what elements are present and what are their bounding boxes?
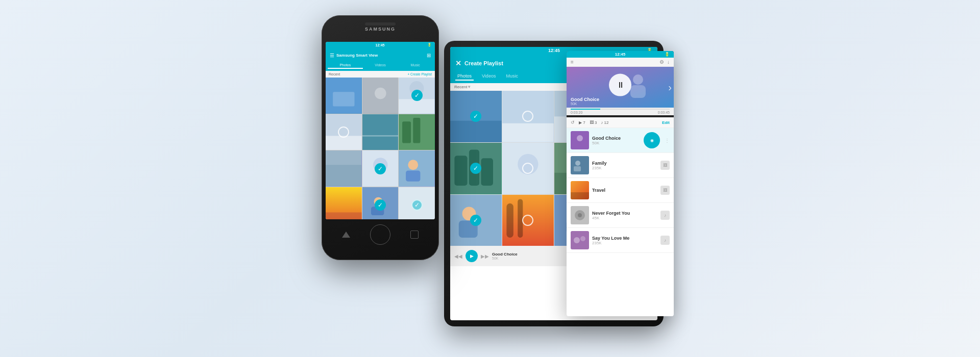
svg-rect-57	[506, 203, 513, 237]
tablet-grid-item[interactable]	[502, 143, 554, 194]
tab-videos-tablet[interactable]: Videos	[480, 72, 498, 81]
svg-point-67	[577, 135, 583, 141]
playlist-item-info-3: Travel	[592, 188, 657, 193]
svg-point-77	[574, 237, 580, 243]
panel-battery-icon: 🔋	[665, 52, 670, 57]
playlist-item[interactable]: Never Forget You 45K ♪	[567, 203, 674, 228]
playlist-thumb-4	[571, 206, 589, 224]
tab-videos[interactable]: Videos	[363, 62, 398, 69]
grid-item[interactable]	[362, 114, 399, 150]
panel-playlist: Good Choice 50K ◉ ⋮ Family 235K 🖼	[567, 128, 674, 253]
progress-track[interactable]	[571, 109, 670, 110]
photo-icon-2: 🖼	[660, 186, 670, 195]
grid-item[interactable]: ✓	[399, 187, 435, 219]
panel-controls-bar: ↺ ▶ 7 🖼 3 ♪ 12 Edit	[567, 117, 674, 128]
grid-item[interactable]	[326, 114, 362, 150]
tablet-grid-item[interactable]: ✓	[450, 143, 502, 194]
grid-item[interactable]: ✓	[362, 187, 399, 219]
grid-item[interactable]: ✓	[362, 150, 399, 187]
playlist-item-info-2: Family 235K	[592, 161, 657, 170]
photo-count: 🖼 3	[590, 120, 597, 125]
gallery-recent-label: Recent	[329, 72, 340, 76]
next-icon[interactable]: ▶▶	[481, 253, 489, 259]
selected-checkmark: ✓	[375, 163, 386, 174]
selected-check: ✓	[470, 215, 481, 226]
playlist-item[interactable]: Family 235K 🖼	[567, 153, 674, 178]
hamburger-icon[interactable]: ☰	[330, 53, 334, 58]
svg-rect-65	[630, 85, 646, 98]
sort-icon[interactable]: ▼	[467, 85, 471, 89]
playlist-item-info-4: Never Forget You 45K	[592, 211, 657, 220]
prev-icon[interactable]: ◀◀	[454, 253, 462, 259]
tab-music-tablet[interactable]: Music	[504, 72, 520, 81]
grid-item[interactable]: ✓	[399, 78, 435, 114]
tab-photos[interactable]: Photos	[328, 62, 363, 69]
download-icon[interactable]: ↓	[667, 59, 670, 65]
now-playing-image: ⏸ Good Choice 50K ›	[567, 67, 674, 108]
grid-item[interactable]	[326, 78, 362, 114]
phone-device: SAMSUNG 12:45 🔋 ☰ Samsung Smart View ⊞ P…	[322, 15, 439, 260]
grid-item[interactable]	[399, 150, 435, 187]
edit-button[interactable]: Edit	[662, 120, 670, 125]
music-icon-1: ♪	[660, 211, 670, 220]
grid-item[interactable]	[362, 78, 399, 114]
tablet-grid-item[interactable]	[502, 195, 554, 246]
svg-rect-45	[454, 156, 467, 186]
playlist-item[interactable]: Travel 🖼	[567, 178, 674, 203]
menu-icon[interactable]: ≡	[571, 59, 574, 65]
recents-button[interactable]	[410, 231, 419, 239]
tablet-grid-item[interactable]: ✓	[450, 195, 502, 246]
playlist-thumb-3	[571, 181, 589, 199]
chevron-right-np[interactable]: ›	[668, 82, 672, 93]
tablet-header-left: ✕ Create Playlist	[455, 59, 503, 67]
back-button[interactable]	[342, 232, 350, 238]
big-play-button[interactable]: ⏸	[609, 74, 631, 96]
tablet-grid-item[interactable]	[502, 91, 554, 142]
np-title-overlay: Good Choice 50K	[571, 97, 599, 106]
create-playlist-button[interactable]: + Create Playlist	[407, 72, 432, 76]
cast-icon[interactable]: ⊞	[427, 53, 431, 58]
playlist-item[interactable]: Say You Love Me 235K ♪	[567, 228, 674, 253]
tab-photos-tablet[interactable]: Photos	[455, 72, 474, 81]
settings-icon[interactable]: ⚙	[659, 59, 664, 65]
tablet-grid-item[interactable]: ✓	[450, 91, 502, 142]
tablet-recent-label: Recent	[454, 85, 467, 89]
play-button[interactable]: ▶	[465, 250, 478, 262]
phone-body: SAMSUNG 12:45 🔋 ☰ Samsung Smart View ⊞ P…	[322, 15, 439, 260]
home-button[interactable]	[370, 224, 390, 245]
repeat-icon[interactable]: ↺	[571, 120, 575, 125]
now-playing-title: Good Choice	[571, 97, 599, 102]
music-count: ♪ 12	[601, 120, 608, 125]
tablet-status-time: 12:45	[548, 48, 560, 53]
more-icon-1[interactable]: ⋮	[665, 138, 670, 143]
create-playlist-title: Create Playlist	[464, 60, 503, 66]
video-count: ▶ 7	[579, 120, 585, 125]
grid-item[interactable]	[399, 114, 435, 150]
selected-check: ✓	[470, 111, 481, 122]
grid-item[interactable]	[326, 150, 362, 187]
playlist-item-info-5: Say You Love Me 235K	[592, 236, 657, 245]
svg-rect-72	[571, 192, 589, 199]
svg-rect-20	[406, 171, 420, 182]
svg-rect-8	[326, 136, 362, 150]
unselected-outline	[522, 111, 533, 122]
close-icon[interactable]: ✕	[455, 59, 461, 67]
tab-music[interactable]: Music	[398, 62, 433, 69]
grid-item[interactable]	[326, 187, 362, 219]
unselected-circle	[338, 126, 349, 138]
playlist-item[interactable]: Good Choice 50K ◉ ⋮	[567, 128, 674, 153]
music-icon-2: ♪	[660, 236, 670, 245]
phone-photo-grid: ✓	[326, 78, 435, 219]
selected-checkmark: ✓	[375, 199, 386, 211]
svg-rect-47	[481, 158, 493, 186]
svg-point-3	[375, 88, 386, 99]
svg-rect-15	[326, 165, 362, 187]
progress-section: 0:03:20 0:03:45	[567, 108, 674, 115]
panel-status-time: 12:45	[615, 52, 625, 57]
phone-speaker	[365, 22, 396, 26]
photo-icon-1: 🖼	[660, 161, 670, 170]
svg-rect-1	[333, 92, 354, 106]
svg-point-19	[408, 160, 419, 170]
svg-rect-68	[571, 156, 589, 174]
playlist-thumb-1	[571, 131, 589, 149]
